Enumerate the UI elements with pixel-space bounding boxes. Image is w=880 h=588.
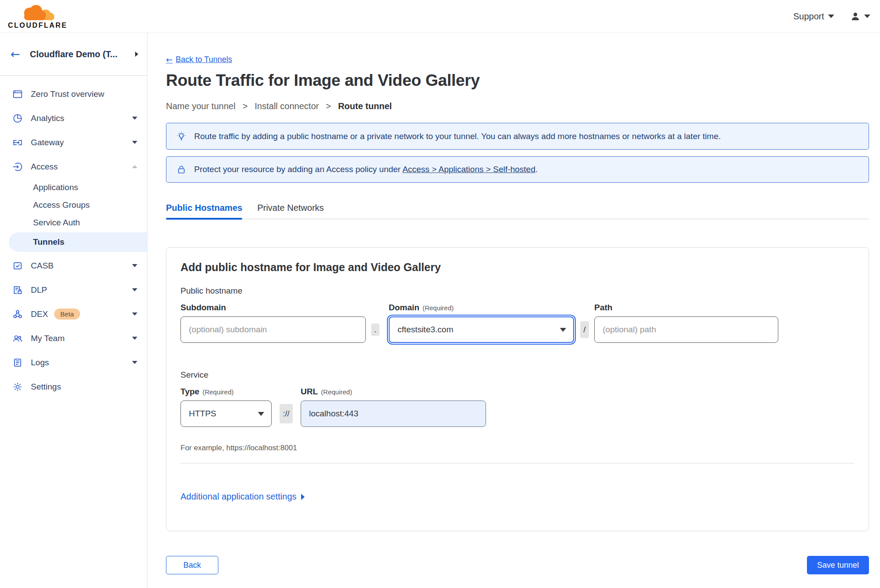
sidebar: ← Cloudflare Demo (T... Zero Trust overv… [0,33,147,588]
step-route-tunnel: Route tunnel [338,101,392,111]
scheme-separator: :// [280,404,293,423]
sidebar-nav: Zero Trust overview Analytics Gateway Ac… [0,76,147,399]
caret-down-icon [864,15,870,18]
access-policy-banner: Protect your resource by adding an Acces… [166,156,869,183]
gear-icon [12,382,23,392]
user-menu[interactable] [850,11,870,22]
sidebar-item-applications[interactable]: Applications [0,179,147,196]
support-menu[interactable]: Support [793,11,834,22]
logs-icon [12,357,23,368]
service-type-select[interactable]: HTTPS [180,401,272,427]
sidebar-item-analytics[interactable]: Analytics [0,106,147,130]
sidebar-back-icon[interactable]: ← [11,48,20,60]
domain-select-value: cftestsite3.com [398,325,453,334]
chevron-down-icon [132,264,137,267]
sidebar-item-dlp[interactable]: DLP [0,278,147,302]
account-name[interactable]: Cloudflare Demo (T... [30,49,135,59]
service-section-label: Service [180,370,854,380]
step-name-your-tunnel[interactable]: Name your tunnel [166,101,236,111]
cloudflare-cloud-icon [12,3,64,22]
chevron-up-icon [132,165,137,168]
service-type-value: HTTPS [189,409,216,419]
sidebar-item-dex[interactable]: DEX Beta [0,302,147,326]
save-tunnel-button[interactable]: Save tunnel [807,556,869,574]
sidebar-item-casb[interactable]: CASB [0,254,147,278]
sidebar-item-settings[interactable]: Settings [0,375,147,399]
domain-label: Domain(Required) [389,303,574,312]
path-label: Path [594,303,778,312]
chevron-down-icon [132,117,137,120]
step-install-connector[interactable]: Install connector [255,101,319,111]
banner-text: Route traffic by adding a public hostnam… [194,132,721,141]
additional-application-settings-link[interactable]: Additional application settings [180,492,305,502]
required-hint: (Required) [321,388,352,396]
public-hostname-card: Add public hostname for Image and Video … [166,247,869,531]
domain-select[interactable]: cftestsite3.com [389,316,574,343]
caret-right-icon [301,494,305,500]
url-label: URL(Required) [301,387,486,397]
lock-icon [176,164,187,175]
required-hint: (Required) [423,304,454,312]
path-input[interactable] [594,316,778,343]
logo-wordmark: CLOUDFLARE [8,22,67,29]
sidebar-item-access[interactable]: Access [0,154,147,179]
caret-down-icon [560,328,566,332]
chevron-down-icon [132,361,137,364]
beta-badge: Beta [54,309,80,320]
slash-separator: / [580,321,589,338]
footer-actions: Back Save tunnel [166,556,869,574]
sidebar-item-gateway[interactable]: Gateway [0,130,147,154]
route-traffic-banner: Route traffic by adding a public hostnam… [166,123,869,150]
sidebar-item-tunnels[interactable]: Tunnels [9,232,147,252]
sidebar-item-logs[interactable]: Logs [0,350,147,375]
type-label: Type(Required) [180,387,272,397]
lightbulb-icon [176,131,187,142]
url-example-hint: For example, https://localhost:8001 [180,444,854,452]
dex-icon [12,309,23,320]
service-url-input[interactable] [301,401,486,427]
sidebar-item-my-team[interactable]: My Team [0,326,147,350]
page-title: Route Traffic for Image and Video Galler… [166,71,869,90]
back-to-tunnels-link[interactable]: ← Back to Tunnels [166,55,232,64]
sidebar-item-service-auth[interactable]: Service Auth [0,214,147,232]
caret-down-icon [258,412,264,416]
caret-down-icon [828,15,834,18]
chevron-down-icon [132,337,137,340]
dot-separator: . [371,323,379,336]
chevron-down-icon [132,312,137,316]
back-button[interactable]: Back [166,556,218,574]
banner-text: Protect your resource by adding an Acces… [194,165,538,174]
hostname-section-label: Public hostname [180,286,854,296]
breadcrumb-separator: > [243,101,248,111]
chevron-right-icon[interactable] [135,51,138,57]
sidebar-item-zero-trust-overview[interactable]: Zero Trust overview [0,82,147,106]
card-divider [180,463,854,463]
left-arrow-icon: ← [166,55,173,64]
support-label: Support [793,11,824,22]
pie-chart-icon [12,113,23,124]
tab-private-networks[interactable]: Private Networks [257,203,324,219]
required-hint: (Required) [203,388,234,396]
top-header: CLOUDFLARE Support [0,0,880,33]
person-icon [850,11,861,22]
sidebar-item-access-groups[interactable]: Access Groups [0,196,147,214]
main-content: ← Back to Tunnels Route Traffic for Imag… [147,33,880,588]
chevron-down-icon [132,288,137,291]
tab-public-hostnames[interactable]: Public Hostnames [166,203,242,219]
card-heading: Add public hostname for Image and Video … [180,261,854,274]
tab-bar: Public Hostnames Private Networks [166,203,869,219]
breadcrumb: Name your tunnel > Install connector > R… [166,101,869,111]
casb-icon [12,261,23,271]
breadcrumb-separator: > [326,101,331,111]
window-icon [12,89,23,99]
subdomain-label: Subdomain [180,303,366,312]
cloudflare-logo[interactable]: CLOUDFLARE [8,3,67,29]
team-icon [12,333,23,344]
dlp-icon [12,285,23,295]
access-applications-self-hosted-link[interactable]: Access > Applications > Self-hosted [402,165,535,174]
gateway-icon [12,137,23,148]
access-icon [12,162,23,172]
chevron-down-icon [132,141,137,144]
subdomain-input[interactable] [180,316,366,343]
